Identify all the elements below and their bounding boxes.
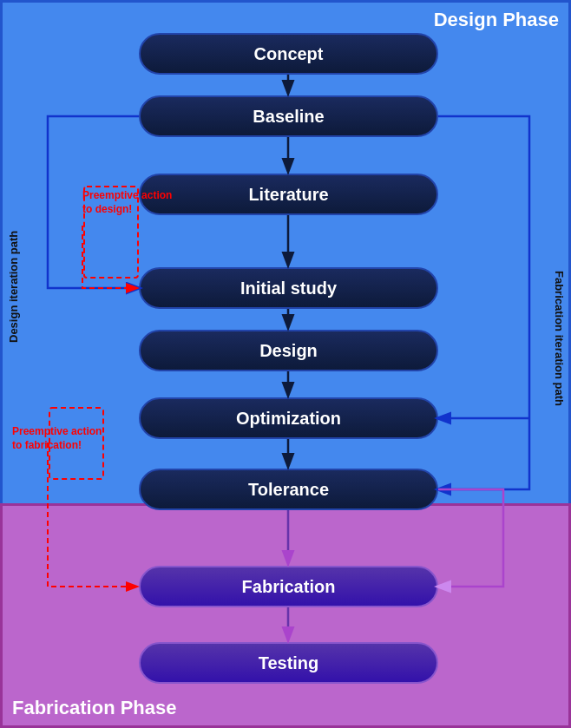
diagram-container: Design Phase Fabrication Phase Concept B… xyxy=(0,0,571,728)
design-iteration-label: Design iteration path xyxy=(7,139,20,434)
design-phase-label: Design Phase xyxy=(434,9,559,31)
literature-box: Literature xyxy=(139,174,438,215)
fabrication-phase-background xyxy=(0,503,571,728)
design-box: Design xyxy=(139,330,438,371)
tolerance-box: Tolerance xyxy=(139,469,438,510)
baseline-box: Baseline xyxy=(139,95,438,137)
fabrication-box: Fabrication xyxy=(139,566,438,607)
fabrication-iteration-label: Fabrication iteration path xyxy=(553,156,566,521)
testing-box: Testing xyxy=(139,642,438,684)
preemptive-label-2: Preemptive action to fabrication! xyxy=(12,425,102,452)
optimization-box: Optimization xyxy=(139,397,438,439)
fabrication-phase-label: Fabrication Phase xyxy=(12,697,177,719)
initial-study-box: Initial study xyxy=(139,267,438,309)
concept-box: Concept xyxy=(139,33,438,75)
preemptive-label-1: Preemptive action to design! xyxy=(82,189,172,216)
